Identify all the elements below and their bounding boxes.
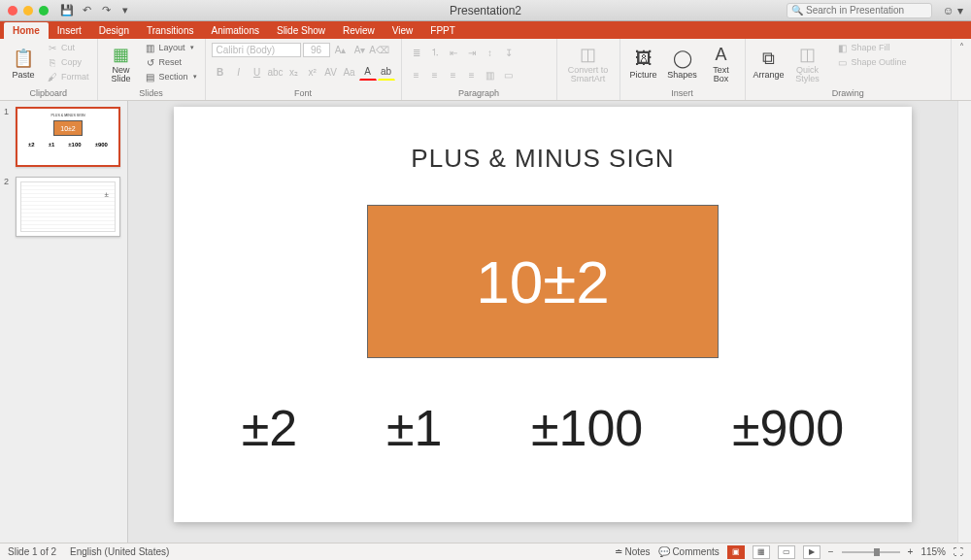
new-slide-button[interactable]: ▦ New Slide [104, 41, 139, 85]
minimize-window-icon[interactable] [23, 6, 33, 16]
underline-icon[interactable]: U [249, 63, 266, 81]
collapse-ribbon-icon[interactable]: ˄ [952, 39, 971, 100]
close-window-icon[interactable] [8, 6, 17, 16]
vertical-scrollbar[interactable] [957, 101, 971, 543]
shapes-button[interactable]: ◯Shapes [665, 41, 700, 85]
change-case-icon[interactable]: Aa [341, 63, 358, 81]
comments-button[interactable]: 💬 Comments [658, 546, 720, 557]
save-icon[interactable]: 💾 [60, 4, 74, 17]
strike-icon[interactable]: abc [267, 63, 285, 81]
decrease-font-icon[interactable]: A▾ [352, 41, 369, 58]
decrease-indent-icon[interactable]: ⇤ [445, 44, 462, 61]
font-size-combo[interactable]: 96 [303, 43, 330, 57]
slide-thumbnail-2[interactable]: ± [16, 177, 120, 237]
paste-label: Paste [12, 70, 34, 80]
justify-icon[interactable]: ≡ [463, 66, 481, 83]
slide-thumbnail-1[interactable]: PLUS & MINUS SIGN 10±2 ±2±1±100±900 [16, 107, 120, 167]
tab-slideshow[interactable]: Slide Show [268, 22, 334, 39]
slideshow-view-icon[interactable]: ▶ [803, 545, 820, 559]
bold-icon[interactable]: B [212, 63, 229, 81]
slide-counter[interactable]: Slide 1 of 2 [8, 546, 56, 557]
font-name-combo[interactable]: Calibri (Body) [212, 43, 301, 57]
textbox-button[interactable]: AText Box [704, 41, 739, 85]
tab-animations[interactable]: Animations [203, 22, 268, 39]
align-center-icon[interactable]: ≡ [426, 66, 444, 83]
language-status[interactable]: English (United States) [70, 546, 169, 557]
text-direction-icon[interactable]: ↧ [500, 44, 518, 61]
tab-view[interactable]: View [384, 22, 422, 39]
feedback-icon[interactable]: ☺ ▾ [942, 4, 963, 17]
zoom-window-icon[interactable] [39, 6, 49, 16]
italic-icon[interactable]: I [230, 63, 248, 81]
align-text-icon[interactable]: ▭ [500, 66, 518, 83]
reset-button[interactable]: ↺Reset [143, 55, 199, 69]
group-paragraph: ≣ ⒈ ⇤ ⇥ ↕ ↧ ≡ ≡ ≡ ≡ ▥ ▭ Paragraph [402, 39, 557, 100]
shape-outline-button[interactable]: ▭Shape Outline [835, 55, 909, 69]
quick-styles-button[interactable]: ◫Quick Styles [790, 41, 825, 85]
slide-values-row[interactable]: ±2 ±1 ±100 ±900 [174, 399, 912, 457]
picture-button[interactable]: 🖼Picture [626, 41, 661, 85]
format-painter-icon: 🖌 [47, 72, 58, 82]
tab-insert[interactable]: Insert [49, 22, 90, 39]
arrange-button[interactable]: ⧉Arrange [752, 41, 787, 85]
tab-home[interactable]: Home [4, 22, 49, 39]
section-icon: ▤ [145, 72, 156, 82]
tab-design[interactable]: Design [90, 22, 138, 39]
reading-view-icon[interactable]: ▭ [778, 545, 795, 559]
value-3[interactable]: ±100 [531, 399, 643, 457]
tab-transitions[interactable]: Transitions [138, 22, 203, 39]
zoom-slider[interactable] [842, 551, 900, 553]
redo-icon[interactable]: ↷ [99, 4, 113, 17]
quick-access-toolbar: 💾 ↶ ↷ ▾ [60, 4, 132, 17]
bullets-icon[interactable]: ≣ [408, 44, 425, 61]
zoom-out-icon[interactable]: − [828, 546, 834, 557]
normal-view-icon[interactable]: ▣ [727, 545, 745, 559]
slide-stage[interactable]: PLUS & MINUS SIGN 10±2 ±2 ±1 ±100 ±900 [128, 101, 957, 543]
superscript-icon[interactable]: x² [304, 63, 321, 81]
section-button[interactable]: ▤Section▾ [143, 70, 199, 83]
value-4[interactable]: ±900 [732, 399, 844, 457]
sorter-view-icon[interactable]: ▦ [753, 545, 770, 559]
search-field[interactable]: 🔍 [787, 3, 932, 18]
slide-title[interactable]: PLUS & MINUS SIGN [174, 144, 912, 174]
smartart-icon: ◫ [580, 43, 596, 66]
copy-button[interactable]: ⎘Copy [45, 55, 91, 69]
align-right-icon[interactable]: ≡ [445, 66, 462, 83]
zoom-in-icon[interactable]: + [908, 546, 914, 557]
value-1[interactable]: ±2 [242, 399, 297, 457]
convert-smartart-button[interactable]: ◫ Convert to SmartArt [563, 41, 614, 85]
font-color-icon[interactable]: A [359, 63, 377, 81]
highlight-icon[interactable]: ab [378, 63, 395, 81]
slide-canvas[interactable]: PLUS & MINUS SIGN 10±2 ±2 ±1 ±100 ±900 [174, 107, 912, 522]
numbering-icon[interactable]: ⒈ [426, 44, 444, 61]
subscript-icon[interactable]: x₂ [285, 63, 303, 81]
tab-fppt[interactable]: FPPT [421, 22, 464, 39]
qat-customize-icon[interactable]: ▾ [118, 4, 132, 17]
increase-font-icon[interactable]: A▴ [332, 41, 350, 58]
slide-orange-box[interactable]: 10±2 [367, 205, 719, 358]
increase-indent-icon[interactable]: ⇥ [463, 44, 481, 61]
cut-button[interactable]: ✂Cut [45, 41, 91, 54]
window-controls [8, 6, 49, 16]
clear-format-icon[interactable]: A⌫ [371, 41, 388, 58]
shapes-icon: ◯ [673, 47, 692, 70]
format-painter-button[interactable]: 🖌Format [45, 70, 91, 83]
layout-button[interactable]: ▥Layout▾ [143, 41, 199, 54]
line-spacing-icon[interactable]: ↕ [482, 44, 499, 61]
align-left-icon[interactable]: ≡ [408, 66, 425, 83]
tab-review[interactable]: Review [334, 22, 384, 39]
title-bar: 💾 ↶ ↷ ▾ Presentation2 🔍 ☺ ▾ [0, 0, 971, 21]
zoom-level[interactable]: 115% [921, 546, 946, 557]
search-input[interactable] [806, 5, 927, 16]
paste-button[interactable]: 📋 Paste [6, 41, 41, 85]
columns-icon[interactable]: ▥ [482, 66, 499, 83]
slide-thumbnails: 1 PLUS & MINUS SIGN 10±2 ±2±1±100±900 2 … [0, 101, 128, 543]
notes-button[interactable]: ≐ Notes [615, 546, 651, 557]
value-2[interactable]: ±1 [386, 399, 442, 457]
thumb-number: 2 [4, 177, 12, 237]
char-spacing-icon[interactable]: AV [322, 63, 340, 81]
fit-to-window-icon[interactable]: ⛶ [954, 546, 963, 557]
undo-icon[interactable]: ↶ [80, 4, 93, 17]
shape-fill-button[interactable]: ◧Shape Fill [835, 41, 909, 54]
layout-icon: ▥ [145, 43, 156, 53]
